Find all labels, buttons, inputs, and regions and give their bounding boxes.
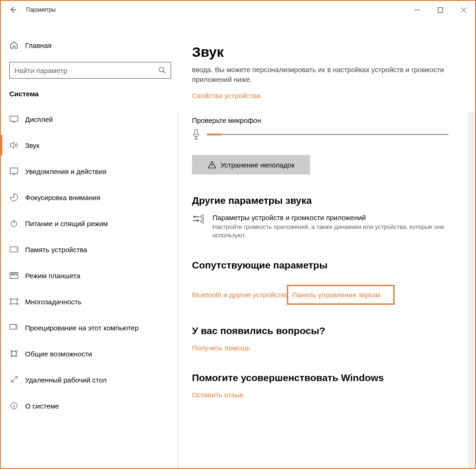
- search-box[interactable]: [9, 62, 171, 79]
- home-nav[interactable]: Главная: [1, 35, 178, 55]
- remote-icon: [9, 376, 19, 383]
- sidebar-item-label: Фокусировка внимания: [25, 194, 100, 201]
- get-help-link[interactable]: Получить помощь: [192, 344, 250, 352]
- related-heading: Сопутствующие параметры: [192, 260, 461, 271]
- intro-text: ввода. Вы можете персонализировать их в …: [192, 65, 461, 84]
- mixer-icon: [192, 214, 204, 225]
- bluetooth-link[interactable]: Bluetooth и другие устройства: [192, 291, 289, 299]
- svg-rect-10: [11, 299, 17, 304]
- sidebar-item-shared[interactable]: Общие возможности: [1, 341, 178, 367]
- sidebar-item-focus[interactable]: Фокусировка внимания: [1, 184, 178, 210]
- sidebar-item-label: О системе: [25, 402, 59, 410]
- power-icon: [9, 220, 19, 227]
- sound-control-panel-link[interactable]: Панель управления звуком: [292, 291, 380, 299]
- warning-icon: [208, 161, 216, 168]
- storage-icon: [9, 247, 19, 252]
- sidebar-item-label: Питание и спящий режим: [25, 220, 108, 228]
- sidebar-item-label: Общие возможности: [25, 350, 92, 358]
- svg-point-12: [11, 350, 13, 352]
- feedback-heading: Помогите усовершенствовать Windows: [192, 372, 461, 383]
- sidebar-item-storage[interactable]: Память устройства: [1, 236, 178, 262]
- scrollbar[interactable]: [469, 112, 475, 468]
- shared-icon: [9, 349, 19, 358]
- sidebar-item-remote[interactable]: Удаленный рабочий стол: [1, 367, 178, 393]
- app-volume-title: Параметры устройств и громкости приложен…: [212, 214, 461, 221]
- app-volume-row[interactable]: Параметры устройств и громкости приложен…: [192, 214, 461, 239]
- svg-rect-17: [195, 129, 198, 135]
- app-volume-desc: Настройте громкость приложений, а также …: [212, 223, 461, 239]
- mic-test-row: [192, 129, 461, 140]
- sidebar-item-label: Память устройства: [25, 246, 87, 254]
- back-button[interactable]: [9, 6, 17, 13]
- troubleshoot-label: Устранение неполадок: [221, 161, 295, 169]
- svg-point-6: [16, 249, 17, 250]
- sidebar-item-label: Уведомления и действия: [25, 168, 106, 175]
- svg-rect-11: [10, 325, 16, 329]
- close-button[interactable]: [452, 1, 475, 19]
- sidebar-item-label: Дисплей: [25, 115, 53, 123]
- tablet-icon: [9, 272, 19, 279]
- titlebar: Параметры: [1, 1, 475, 19]
- sidebar: Главная Система Дисплей Звук Уведомления…: [1, 19, 178, 468]
- settings-window: Параметры Главная: [0, 0, 476, 469]
- sidebar-item-label: Проецирование на этот компьютер: [25, 324, 139, 332]
- sidebar-item-label: Звук: [25, 141, 40, 149]
- focus-icon: [9, 193, 19, 201]
- leave-feedback-link[interactable]: Оставить отзыв: [192, 391, 243, 399]
- sidebar-section-header: Система: [1, 89, 178, 106]
- sidebar-item-display[interactable]: Дисплей: [1, 106, 178, 132]
- svg-rect-8: [11, 274, 13, 275]
- maximize-button[interactable]: [429, 1, 452, 19]
- sidebar-item-sound[interactable]: Звук: [1, 132, 178, 158]
- notifications-icon: [9, 168, 19, 175]
- sidebar-item-label: Удаленный рабочий стол: [25, 376, 106, 384]
- home-icon: [9, 41, 19, 49]
- svg-rect-2: [10, 116, 18, 121]
- svg-point-15: [15, 355, 17, 357]
- mic-level-bar: [207, 134, 449, 135]
- content-area: Звук ввода. Вы можете персонализировать …: [178, 19, 475, 468]
- sidebar-item-notifications[interactable]: Уведомления и действия: [1, 158, 178, 184]
- window-title: Параметры: [26, 7, 56, 13]
- highlighted-link-box: Панель управления звуком: [287, 285, 394, 305]
- minimize-button[interactable]: [405, 1, 429, 19]
- search-input[interactable]: [14, 67, 159, 74]
- sidebar-item-about[interactable]: О системе: [1, 393, 178, 419]
- sidebar-item-tablet[interactable]: Режим планшета: [1, 262, 178, 288]
- other-params-heading: Другие параметры звука: [192, 195, 461, 206]
- search-icon: [159, 67, 166, 74]
- troubleshoot-button[interactable]: Устранение неполадок: [192, 155, 310, 174]
- info-icon: [9, 402, 19, 409]
- mic-check-label: Проверьте микрофон: [192, 116, 461, 124]
- svg-point-14: [11, 355, 13, 357]
- svg-rect-3: [10, 168, 18, 174]
- svg-rect-9: [14, 274, 17, 275]
- window-controls: [405, 1, 475, 19]
- home-label: Главная: [25, 41, 52, 49]
- sidebar-item-projecting[interactable]: Проецирование на этот компьютер: [1, 315, 178, 341]
- sidebar-item-label: Режим планшета: [25, 272, 80, 280]
- sidebar-item-label: Многозадачность: [25, 298, 81, 306]
- display-icon: [9, 116, 19, 122]
- microphone-icon: [192, 129, 200, 140]
- device-properties-link[interactable]: Свойства устройства: [192, 92, 260, 100]
- multitask-icon: [9, 298, 19, 305]
- sidebar-item-multitask[interactable]: Многозадачность: [1, 288, 178, 315]
- sound-icon: [9, 141, 19, 149]
- svg-rect-0: [438, 7, 443, 12]
- project-icon: [9, 324, 19, 331]
- svg-rect-7: [10, 273, 18, 279]
- page-title: Звук: [192, 44, 461, 60]
- help-heading: У вас появились вопросы?: [192, 325, 461, 336]
- svg-point-13: [15, 350, 17, 352]
- sidebar-item-power[interactable]: Питание и спящий режим: [1, 210, 178, 236]
- svg-point-1: [159, 67, 164, 72]
